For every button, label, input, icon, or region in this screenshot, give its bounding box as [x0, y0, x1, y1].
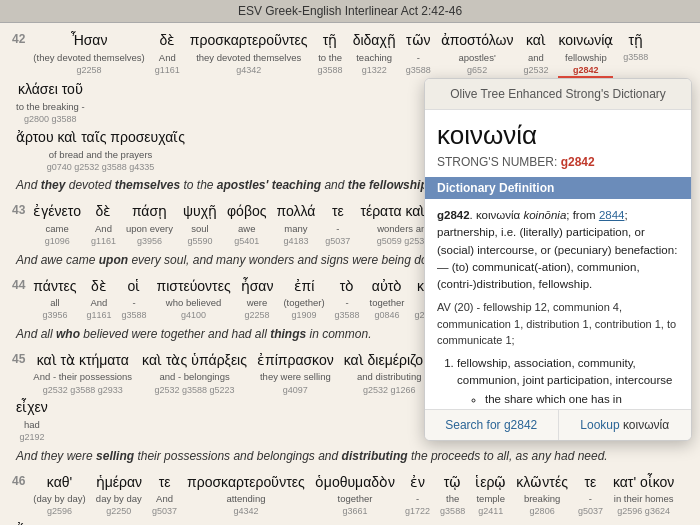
verse-number-46: 46: [12, 473, 25, 490]
strongs-number: g2842: [561, 155, 595, 169]
strongs-label: STRONG'S NUMBER:: [437, 155, 557, 169]
header-title: ESV Greek-English Interlinear Act 2:42-4…: [238, 4, 462, 18]
word-artou[interactable]: ἄρτου καὶ ταῖς προσευχαῖς of bread and t…: [16, 128, 185, 173]
word-te-42[interactable]: τῇ to the g3588: [318, 31, 343, 76]
word-phobos[interactable]: φόβος awe g5401: [227, 202, 266, 247]
dict-strongs-line: STRONG'S NUMBER: g2842: [425, 155, 691, 177]
strongs-link[interactable]: 2844: [599, 209, 625, 221]
verse-number-44: 44: [12, 277, 25, 294]
dict-body-text1: g2842. κοινωνία koinōnia; from 2844; par…: [437, 207, 679, 293]
word-polla[interactable]: πολλά many g4183: [276, 202, 315, 247]
word-te2-42[interactable]: τῇ g3588: [623, 31, 648, 63]
verse-46-interlinear: 46 καθ' (day by day) g2596 ἡμέραν day by…: [12, 473, 688, 525]
word-to[interactable]: τὸ - g3588: [335, 277, 360, 322]
word-pantes[interactable]: πάντες all g3956: [33, 277, 76, 322]
verse-45-translation: And they were selling their possessions …: [12, 448, 688, 465]
dict-sublist: the share which one has in: [457, 391, 679, 408]
lookup-button[interactable]: Lookup κοινωνία: [559, 410, 692, 440]
dict-av-line: AV (20) - fellowship 12, communion 4, co…: [437, 299, 679, 349]
word-te2-46[interactable]: τε - g5037: [578, 473, 603, 518]
dict-greek-title: κοινωνία: [425, 110, 691, 155]
word-diemerizo[interactable]: καὶ διεμέριζο... and distributing g2532 …: [344, 351, 435, 396]
word-te-46[interactable]: τε And g5037: [152, 473, 177, 518]
dict-list-item-1: fellowship, association, community, comm…: [457, 355, 679, 409]
word-ton[interactable]: τῶν - g3588: [406, 31, 431, 76]
dict-header: Olive Tree Enhanced Strong's Dictionary: [425, 79, 691, 110]
word-proskarterountes-42[interactable]: προσκαρτεροῦντες they devoted themselves…: [190, 31, 308, 76]
word-homothumadon[interactable]: ὁμοθυμαδὸν together g3661: [315, 473, 395, 518]
word-ktimata[interactable]: καὶ τὰ κτήματα And - their possessions g…: [33, 351, 132, 396]
verse-number-45: 45: [12, 351, 25, 368]
word-proskarterountes-46[interactable]: προσκαρτεροῦντες attending g4342: [187, 473, 305, 518]
word-pase[interactable]: πάσῃ upon every g3956: [126, 202, 173, 247]
word-kath[interactable]: καθ' (day by day) g2596: [33, 473, 85, 518]
verse-number-43: 43: [12, 202, 25, 219]
word-hyparxeis[interactable]: καὶ τὰς ὑπάρξεις and - belongings g2532 …: [142, 351, 247, 396]
word-epiprraskon[interactable]: ἐπίπρασκον they were selling g4097: [257, 351, 334, 396]
word-apostolon[interactable]: ἀποστόλων apostles' g652: [441, 31, 514, 76]
word-esan[interactable]: ἦσαν were g2258: [241, 277, 274, 322]
dict-list: fellowship, association, community, comm…: [437, 355, 679, 409]
word-eichen-45[interactable]: εἶχεν had g2192: [16, 398, 48, 443]
dict-body: g2842. κοινωνία koinōnia; from 2844; par…: [425, 199, 691, 409]
dict-sublist-item-1a: the share which one has in: [485, 391, 679, 408]
word-auto[interactable]: αὐτὸ together g0846: [370, 277, 405, 322]
word-hiero[interactable]: ἱερῷ temple g2411: [475, 473, 506, 518]
word-pisteuontes[interactable]: πιστεύοντες who believed g4100: [157, 277, 231, 322]
search-button[interactable]: Search for g2842: [425, 410, 559, 440]
word-egeneto[interactable]: ἐγένετο came g1096: [33, 202, 81, 247]
verse-46: 46 καθ' (day by day) g2596 ἡμέραν day by…: [12, 473, 688, 525]
word-te-43[interactable]: τε - g5037: [325, 202, 350, 247]
word-de-42[interactable]: δὲ And g1161: [155, 31, 180, 76]
verse-number-42: 42: [12, 31, 25, 48]
word-to-46[interactable]: τῷ the g3588: [440, 473, 465, 518]
word-psyche[interactable]: ψυχῇ soul g5590: [183, 202, 217, 247]
word-de-44[interactable]: δὲ And g1161: [86, 277, 111, 322]
word-epi[interactable]: ἐπί (together) g1909: [283, 277, 324, 322]
dict-section-title: Dictionary Definition: [425, 177, 691, 199]
word-de-43[interactable]: δὲ And g1161: [91, 202, 116, 247]
word-hoi[interactable]: οἱ - g3588: [121, 277, 146, 322]
word-kai-42[interactable]: καὶ and g2532: [523, 31, 548, 76]
dict-source-label: Olive Tree Enhanced Strong's Dictionary: [450, 87, 666, 101]
word-en-46[interactable]: ἐν - g1722: [405, 473, 430, 518]
word-didache[interactable]: διδαχῇ teaching g1322: [353, 31, 396, 76]
word-klasei-42[interactable]: κλάσει τοῦ to the breaking - g2800 g3588: [16, 80, 85, 125]
dict-footer: Search for g2842 Lookup κοινωνία: [425, 409, 691, 440]
dictionary-panel: Olive Tree Enhanced Strong's Dictionary …: [424, 78, 692, 441]
word-kat-oikon[interactable]: κατ' οἶκον in their homes g2596 g3624: [613, 473, 674, 518]
word-klontes[interactable]: κλῶντές breaking g2806: [516, 473, 568, 518]
word-koinonia[interactable]: κοινωνίᾳ fellowship g2842: [558, 31, 613, 78]
word-arton[interactable]: ἄρτον bread g0740: [16, 520, 53, 525]
word-hemeran[interactable]: ἡμέραν day by day g2250: [96, 473, 142, 518]
word-isan[interactable]: Ἦσαν (they devoted themselves) g2258: [33, 31, 144, 76]
app-header: ESV Greek-English Interlinear Act 2:42-4…: [0, 0, 700, 23]
